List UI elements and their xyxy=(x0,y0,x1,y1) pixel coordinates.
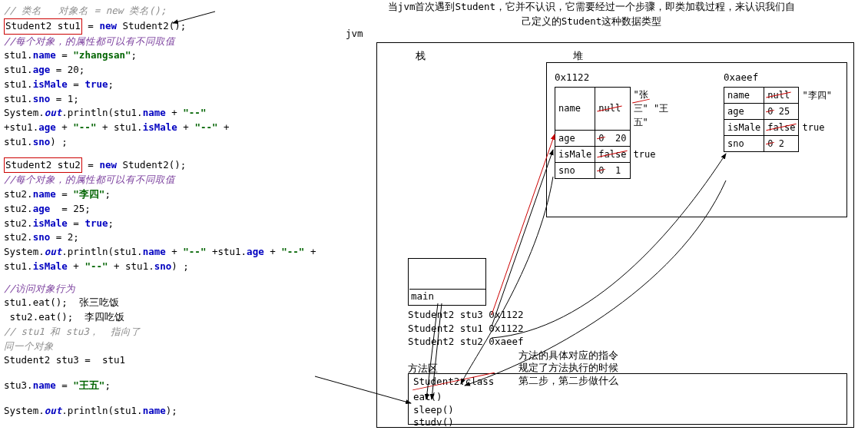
code-line: stu2.sno = 2; xyxy=(4,230,326,245)
top-annotation: 当jvm首次遇到Student，它并不认识，它需要经过一个步骤，即类加载过程，来… xyxy=(330,0,853,29)
code-line: stu2.age = 25; xyxy=(4,202,326,217)
comment: // stu1 和 stu3， 指向了 xyxy=(4,325,326,339)
code-line: Student2 stu1 = new Student2(); xyxy=(4,18,326,35)
code-line: stu1.sno = 1; xyxy=(4,92,326,107)
code-line: stu1.isMale = true; xyxy=(4,78,326,92)
code-line: System.out.println(stu1.name + "--" +stu… xyxy=(4,245,326,260)
code-line: stu1.name = "zhangsan"; xyxy=(4,48,326,63)
heap-label: 堆 xyxy=(573,49,583,64)
code-line: Student2 stu3 = stu1 xyxy=(4,353,326,368)
code-line: stu1.eat(); 张三吃饭 xyxy=(4,296,326,310)
highlight-box: Student2 stu2 xyxy=(4,157,82,174)
stack-vars: Student2 stu3 0x1122 Student2 stu1 0x112… xyxy=(408,308,524,349)
code-line: stu2.name = "李四"; xyxy=(4,187,326,202)
stack-main: main xyxy=(409,289,486,304)
code-line: stu1.age = 20; xyxy=(4,63,326,78)
code-line: stu1.sno) ; xyxy=(4,135,326,150)
jvm-label: jvm xyxy=(346,27,363,41)
comment: //访问对象行为 xyxy=(4,282,326,296)
code-line: stu1.isMale + "--" + stu1.sno) ; xyxy=(4,260,326,274)
heap-object-1: 0x1122 namenull"张三" "王五" age0 20 isMalef… xyxy=(555,71,670,179)
code-line: stu2.eat(); 李四吃饭 xyxy=(4,310,326,325)
comment: //每个对象，的属性都可以有不同取值 xyxy=(4,173,326,187)
code-line: Student2 stu2 = new Student2(); xyxy=(4,157,326,174)
code-line: stu2.isMale = true; xyxy=(4,217,326,231)
comment: 同一个对象 xyxy=(4,339,326,354)
code-line: +stu1.age + "--" + stu1.isMale + "--" + xyxy=(4,121,326,135)
method-annotation: 方法的具体对应的指令 规定了方法执行的时候 第二步，第二步做什么 xyxy=(518,349,641,387)
heap-box: 0x1122 namenull"张三" "王五" age0 20 isMalef… xyxy=(546,62,847,217)
diagram-pane: 当jvm首次遇到Student，它并不认识，它需要经过一个步骤，即类加载过程，来… xyxy=(330,0,864,29)
stack-label: 栈 xyxy=(416,49,426,64)
comment: // 类名 对象名 = new 类名(); xyxy=(4,4,326,18)
code-line: System.out.println(stu1.name); xyxy=(4,404,326,419)
comment: //每个对象，的属性都可以有不同取值 xyxy=(4,35,326,49)
code-line: stu3.name = "王五"; xyxy=(4,379,326,393)
code-pane: // 类名 对象名 = new 类名(); Student2 stu1 = ne… xyxy=(4,4,326,419)
highlight-box: Student2 stu1 xyxy=(4,18,82,35)
code-line: System.out.println(stu1.name + "--" xyxy=(4,106,326,121)
heap-object-2: 0xaeef namenull"李四" age0 25 isMalefalset… xyxy=(724,71,839,152)
